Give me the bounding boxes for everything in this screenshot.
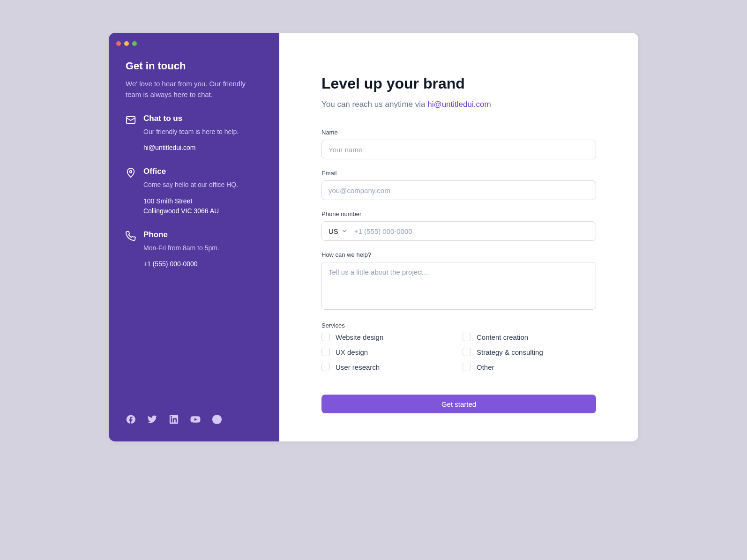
contact-chat-title: Chat to us bbox=[143, 114, 239, 123]
contact-phone-subtext: Mon-Fri from 8am to 5pm. bbox=[143, 243, 219, 253]
checkbox-icon bbox=[321, 333, 330, 341]
name-input[interactable] bbox=[321, 140, 596, 159]
checkbox-icon bbox=[321, 363, 330, 371]
service-label: Website design bbox=[336, 333, 383, 341]
contact-office-address: 100 Smith Street Collingwood VIC 3066 AU bbox=[143, 196, 238, 216]
checkbox-icon bbox=[463, 363, 471, 371]
email-input[interactable] bbox=[321, 180, 596, 200]
service-label: Other bbox=[477, 363, 494, 371]
main-content: Level up your brand You can reach us any… bbox=[279, 33, 638, 441]
service-label: Strategy & consulting bbox=[477, 348, 543, 356]
checkbox-icon bbox=[321, 348, 330, 356]
service-label: UX design bbox=[336, 348, 368, 356]
contact-phone-number[interactable]: +1 (555) 000-0000 bbox=[143, 259, 219, 269]
service-option-user-research[interactable]: User research bbox=[321, 363, 455, 371]
name-label: Name bbox=[321, 129, 596, 136]
phone-input[interactable] bbox=[351, 222, 596, 240]
contact-phone-title: Phone bbox=[143, 230, 219, 239]
mail-icon bbox=[126, 114, 136, 153]
checkbox-icon bbox=[463, 333, 471, 341]
email-label: Email bbox=[321, 170, 596, 177]
field-services: Services Website design Content creation… bbox=[321, 322, 596, 371]
map-pin-icon bbox=[126, 167, 136, 216]
service-option-other[interactable]: Other bbox=[463, 363, 596, 371]
sidebar-intro: We' love to hear from you. Our friendly … bbox=[126, 79, 262, 100]
contact-office-subtext: Come say hello at our office HQ. bbox=[143, 180, 238, 189]
submit-button[interactable]: Get started bbox=[321, 395, 596, 413]
linkedin-icon[interactable] bbox=[169, 414, 179, 425]
sidebar-content: Get in touch We' love to hear from you. … bbox=[109, 60, 279, 414]
service-option-website-design[interactable]: Website design bbox=[321, 333, 455, 341]
help-label: How can we help? bbox=[321, 251, 596, 258]
lead-text: You can reach us anytime via bbox=[321, 100, 427, 109]
help-textarea[interactable] bbox=[321, 262, 596, 310]
address-line1: 100 Smith Street bbox=[143, 197, 192, 205]
field-email: Email bbox=[321, 170, 596, 200]
phone-country-code: US bbox=[329, 227, 338, 235]
contact-office: Office Come say hello at our office HQ. … bbox=[126, 167, 262, 216]
service-option-ux-design[interactable]: UX design bbox=[321, 348, 455, 356]
lead-email-link[interactable]: hi@untitledui.com bbox=[427, 100, 491, 109]
minimize-window-dot[interactable] bbox=[124, 41, 129, 46]
address-line2: Collingwood VIC 3066 AU bbox=[143, 207, 219, 215]
field-name: Name bbox=[321, 129, 596, 159]
contact-phone: Phone Mon-Fri from 8am to 5pm. +1 (555) … bbox=[126, 230, 262, 269]
twitter-icon[interactable] bbox=[147, 414, 157, 425]
close-window-dot[interactable] bbox=[116, 41, 121, 46]
sidebar-title: Get in touch bbox=[126, 60, 262, 72]
app-window: Get in touch We' love to hear from you. … bbox=[109, 33, 638, 441]
page-lead: You can reach us anytime via hi@untitled… bbox=[321, 100, 596, 109]
contact-chat-subtext: Our friendly team is here to help. bbox=[143, 127, 239, 136]
facebook-icon[interactable] bbox=[126, 414, 136, 425]
contact-chat-email[interactable]: hi@untitledui.com bbox=[143, 143, 239, 153]
window-controls bbox=[109, 41, 279, 46]
page-heading: Level up your brand bbox=[321, 75, 596, 92]
services-label: Services bbox=[321, 322, 596, 329]
phone-label: Phone number bbox=[321, 210, 596, 217]
checkbox-icon bbox=[463, 348, 471, 356]
social-links bbox=[109, 414, 279, 441]
dribbble-icon[interactable] bbox=[212, 414, 222, 425]
sidebar: Get in touch We' love to hear from you. … bbox=[109, 33, 279, 441]
svg-point-1 bbox=[130, 171, 132, 173]
youtube-icon[interactable] bbox=[190, 414, 201, 425]
phone-input-wrap: US bbox=[321, 221, 596, 241]
field-phone: Phone number US bbox=[321, 210, 596, 241]
phone-icon bbox=[126, 230, 136, 269]
service-label: User research bbox=[336, 363, 380, 371]
chevron-down-icon bbox=[341, 228, 348, 234]
service-option-strategy-consulting[interactable]: Strategy & consulting bbox=[463, 348, 596, 356]
service-option-content-creation[interactable]: Content creation bbox=[463, 333, 596, 341]
maximize-window-dot[interactable] bbox=[132, 41, 137, 46]
contact-chat: Chat to us Our friendly team is here to … bbox=[126, 114, 262, 153]
phone-country-select[interactable]: US bbox=[322, 227, 351, 235]
contact-office-title: Office bbox=[143, 167, 238, 176]
service-label: Content creation bbox=[477, 333, 528, 341]
services-grid: Website design Content creation UX desig… bbox=[321, 333, 596, 371]
field-help: How can we help? bbox=[321, 251, 596, 312]
